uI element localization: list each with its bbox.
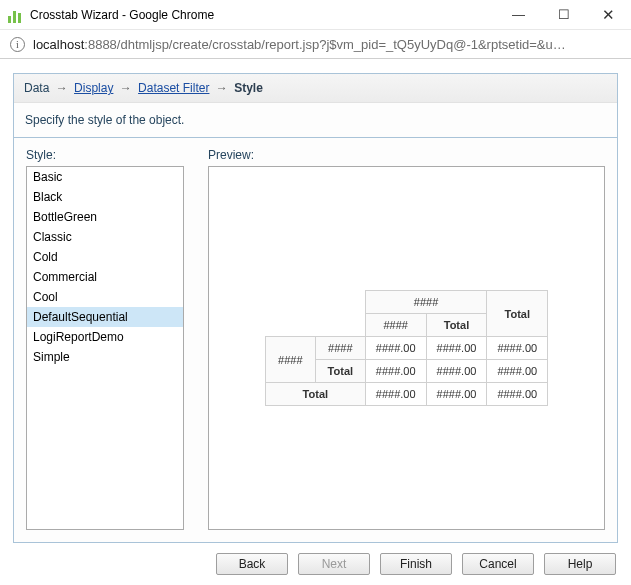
- wizard-body: Style: BasicBlackBottleGreenClassicColdC…: [14, 138, 617, 542]
- cell: ####.00: [365, 360, 426, 383]
- app-icon: [8, 7, 24, 23]
- next-button: Next: [298, 553, 370, 575]
- wizard-panel: Data → Display → Dataset Filter → Style …: [13, 73, 618, 543]
- arrow-icon: →: [120, 81, 132, 95]
- style-item-basic[interactable]: Basic: [27, 167, 183, 187]
- col-grandtotal: Total: [487, 291, 548, 337]
- preview-label: Preview:: [208, 148, 605, 162]
- close-button[interactable]: ✕: [586, 0, 631, 29]
- style-item-commercial[interactable]: Commercial: [27, 267, 183, 287]
- preview-column: Preview: #### Total #### Total: [208, 148, 605, 530]
- style-label: Style:: [26, 148, 184, 162]
- style-item-defaultsequential[interactable]: DefaultSequential: [27, 307, 183, 327]
- arrow-icon: →: [216, 81, 228, 95]
- cell: ####.00: [487, 360, 548, 383]
- cell: ####.00: [426, 337, 487, 360]
- crumb-display[interactable]: Display: [74, 81, 113, 95]
- help-button[interactable]: Help: [544, 553, 616, 575]
- address-bar[interactable]: i localhost:8888/dhtmljsp/create/crossta…: [0, 30, 631, 59]
- crumb-dataset-filter[interactable]: Dataset Filter: [138, 81, 209, 95]
- cell: ####.00: [487, 383, 548, 406]
- col-subtotal: Total: [426, 314, 487, 337]
- col-group: ####: [365, 291, 487, 314]
- style-item-classic[interactable]: Classic: [27, 227, 183, 247]
- cell: ####.00: [426, 360, 487, 383]
- breadcrumb: Data → Display → Dataset Filter → Style: [14, 74, 617, 103]
- style-item-cold[interactable]: Cold: [27, 247, 183, 267]
- info-icon[interactable]: i: [10, 37, 25, 52]
- cell: ####.00: [365, 383, 426, 406]
- description: Specify the style of the object.: [14, 103, 617, 138]
- minimize-button[interactable]: —: [496, 0, 541, 29]
- window-title: Crosstab Wizard - Google Chrome: [30, 8, 496, 22]
- cell: ####.00: [487, 337, 548, 360]
- back-button[interactable]: Back: [216, 553, 288, 575]
- style-column: Style: BasicBlackBottleGreenClassicColdC…: [26, 148, 184, 530]
- address-rest: :8888/dhtmljsp/create/crosstab/report.js…: [84, 37, 565, 52]
- style-listbox[interactable]: BasicBlackBottleGreenClassicColdCommerci…: [26, 166, 184, 530]
- style-item-bottlegreen[interactable]: BottleGreen: [27, 207, 183, 227]
- row-sub: ####: [315, 337, 365, 360]
- cell: ####.00: [426, 383, 487, 406]
- button-row: Back Next Finish Cancel Help: [13, 543, 618, 575]
- style-item-simple[interactable]: Simple: [27, 347, 183, 367]
- content: Data → Display → Dataset Filter → Style …: [0, 59, 631, 585]
- cell: ####.00: [365, 337, 426, 360]
- col-sub: ####: [365, 314, 426, 337]
- address-host: localhost: [33, 37, 84, 52]
- row-group: ####: [265, 337, 315, 383]
- finish-button[interactable]: Finish: [380, 553, 452, 575]
- style-item-black[interactable]: Black: [27, 187, 183, 207]
- preview-box: #### Total #### Total #### #### ####.00 …: [208, 166, 605, 530]
- style-item-cool[interactable]: Cool: [27, 287, 183, 307]
- titlebar: Crosstab Wizard - Google Chrome — ☐ ✕: [0, 0, 631, 30]
- row-subtotal: Total: [315, 360, 365, 383]
- style-item-logireportdemo[interactable]: LogiReportDemo: [27, 327, 183, 347]
- crumb-style: Style: [234, 81, 263, 95]
- maximize-button[interactable]: ☐: [541, 0, 586, 29]
- row-grandtotal: Total: [265, 383, 365, 406]
- window-controls: — ☐ ✕: [496, 0, 631, 29]
- cancel-button[interactable]: Cancel: [462, 553, 534, 575]
- crosstab-preview: #### Total #### Total #### #### ####.00 …: [265, 290, 548, 406]
- crumb-data: Data: [24, 81, 49, 95]
- arrow-icon: →: [56, 81, 68, 95]
